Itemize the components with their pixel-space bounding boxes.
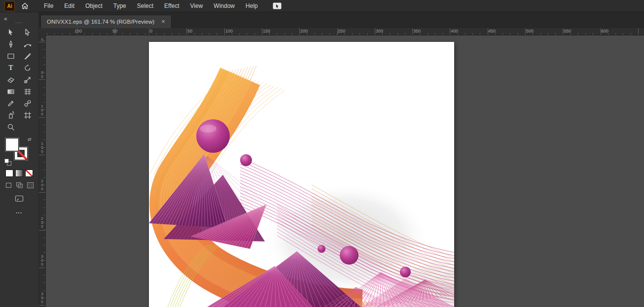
vruler-label: 200 bbox=[40, 179, 44, 191]
menu-item-window[interactable]: Window bbox=[208, 0, 240, 12]
blend-tool[interactable] bbox=[19, 98, 36, 109]
hruler-label: 0 bbox=[150, 29, 152, 34]
pen-tool[interactable] bbox=[2, 38, 19, 50]
zoom-tool[interactable] bbox=[2, 121, 19, 133]
arrange-documents-icon[interactable] bbox=[272, 2, 282, 10]
vertical-ruler[interactable]: 0 50 100 150 200 250 300 350 bbox=[38, 35, 46, 307]
gradient-tool[interactable] bbox=[2, 86, 19, 98]
eyedropper-tool[interactable] bbox=[2, 98, 19, 109]
draw-inside-mode-button[interactable] bbox=[26, 181, 35, 189]
hruler-label: 150 bbox=[263, 29, 270, 34]
close-tab-icon[interactable]: × bbox=[161, 19, 165, 25]
hruler-label: 100 bbox=[74, 29, 82, 34]
document-tab[interactable]: ONIVXX1.eps @ 161.74 % (RGB/Preview) × bbox=[40, 15, 172, 28]
eps-artwork[interactable] bbox=[149, 42, 454, 307]
hruler-label: 50 bbox=[187, 29, 192, 34]
direct-selection-tool[interactable] bbox=[19, 27, 36, 38]
menu-item-file[interactable]: File bbox=[38, 0, 59, 12]
eraser-tool[interactable] bbox=[2, 74, 19, 86]
change-screen-mode-button[interactable] bbox=[15, 195, 24, 204]
vruler-label: 150 bbox=[40, 141, 44, 153]
artboard[interactable] bbox=[149, 42, 454, 307]
hruler-label: 250 bbox=[338, 29, 345, 34]
type-tool[interactable]: T bbox=[2, 62, 19, 74]
menu-item-view[interactable]: View bbox=[185, 0, 209, 12]
paintbrush-tool[interactable] bbox=[19, 50, 36, 62]
edit-toolbar-button[interactable]: ••• bbox=[16, 211, 22, 214]
curvature-tool[interactable] bbox=[19, 38, 36, 50]
hruler-label: 200 bbox=[300, 29, 308, 34]
vruler-label: 50 bbox=[40, 70, 44, 78]
vruler-label: 350 bbox=[40, 292, 44, 304]
rectangle-tool[interactable] bbox=[2, 50, 19, 62]
document-tab-title: ONIVXX1.eps @ 161.74 % (RGB/Preview) bbox=[47, 19, 154, 25]
rotate-tool[interactable] bbox=[19, 62, 36, 74]
menu-items: File Edit Object Type Select Effect View… bbox=[38, 0, 263, 12]
vruler-label: 0 bbox=[40, 37, 44, 41]
draw-normal-mode-button[interactable] bbox=[4, 181, 13, 189]
color-type-buttons bbox=[5, 170, 33, 177]
ruler-origin-corner[interactable] bbox=[38, 28, 46, 35]
hruler-label: 500 bbox=[526, 29, 534, 34]
illustrator-logo-icon[interactable]: Ai bbox=[4, 1, 15, 11]
tools-grid-spacer bbox=[19, 121, 36, 133]
swap-fill-stroke-icon[interactable]: ⇄ bbox=[28, 137, 32, 142]
hruler-label: 450 bbox=[488, 29, 496, 34]
drawing-modes bbox=[4, 181, 35, 189]
home-icon[interactable] bbox=[21, 2, 29, 9]
menu-item-object[interactable]: Object bbox=[80, 0, 108, 12]
fill-swatch[interactable] bbox=[5, 138, 19, 151]
document-tab-strip: ONIVXX1.eps @ 161.74 % (RGB/Preview) × bbox=[38, 12, 644, 28]
hruler-label: 300 bbox=[376, 29, 383, 34]
menu-bar: Ai File Edit Object Type Select Effect V… bbox=[0, 0, 644, 12]
hruler-label: 400 bbox=[451, 29, 458, 34]
vruler-label: 250 bbox=[40, 216, 44, 228]
menu-item-type[interactable]: Type bbox=[108, 0, 132, 12]
hruler-label: 550 bbox=[564, 29, 571, 34]
hruler-label: 50 bbox=[112, 29, 117, 34]
hruler-label: 600 bbox=[601, 29, 608, 34]
artboard-tool[interactable] bbox=[19, 109, 36, 121]
tools-panel: « •••• T bbox=[0, 12, 39, 307]
symbol-sprayer-tool[interactable] bbox=[2, 109, 19, 121]
hruler-label: 350 bbox=[413, 29, 421, 34]
menu-item-select[interactable]: Select bbox=[132, 0, 159, 12]
mesh-tool[interactable] bbox=[19, 86, 36, 98]
gradient-button[interactable] bbox=[15, 170, 23, 177]
menu-item-edit[interactable]: Edit bbox=[59, 0, 80, 12]
canvas-area[interactable] bbox=[45, 35, 644, 307]
menu-item-effect[interactable]: Effect bbox=[159, 0, 184, 12]
selection-tool[interactable] bbox=[2, 27, 19, 38]
hruler-label: 100 bbox=[225, 29, 233, 34]
menu-item-help[interactable]: Help bbox=[240, 0, 263, 12]
fill-stroke-widget: ⇄ bbox=[4, 137, 34, 166]
tools-grid: T bbox=[2, 27, 36, 133]
tools-panel-grip[interactable]: •••• bbox=[15, 21, 23, 24]
none-button[interactable] bbox=[25, 170, 33, 177]
scale-tool[interactable] bbox=[19, 74, 36, 86]
vruler-label: 100 bbox=[40, 104, 44, 116]
default-fill-stroke-icon[interactable] bbox=[4, 159, 11, 166]
collapse-tools-panel-button[interactable]: « bbox=[4, 15, 7, 22]
vruler-label: 300 bbox=[40, 254, 44, 266]
collapse-tools-row: « bbox=[0, 12, 38, 20]
type-tool-glyph: T bbox=[8, 64, 13, 72]
horizontal-ruler[interactable]: 100 50 0 50 100 150 200 250 300 350 400 … bbox=[45, 28, 644, 35]
draw-behind-mode-button[interactable] bbox=[15, 181, 24, 189]
default-fill-mini bbox=[4, 159, 9, 163]
color-button[interactable] bbox=[5, 170, 13, 177]
